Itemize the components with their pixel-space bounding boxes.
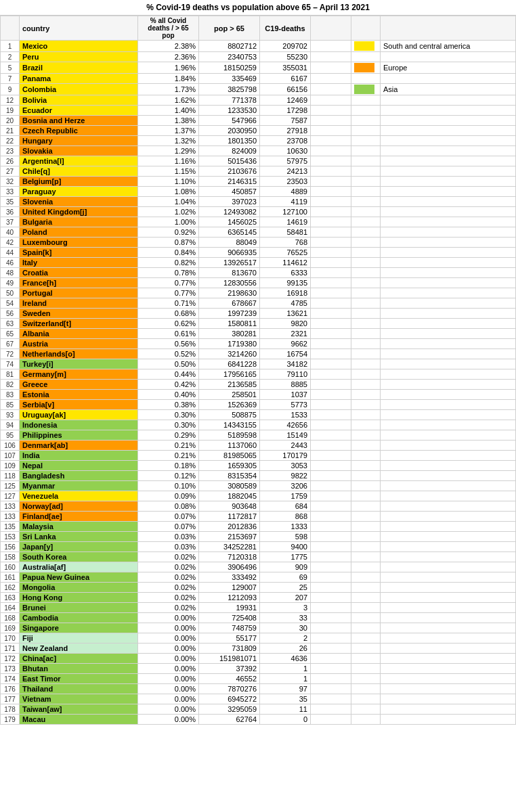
legend-box-cell [351,278,381,288]
extra-cell-1 [311,572,351,583]
legend-box-cell [351,522,381,532]
country-cell: France[h] [20,278,138,288]
country-cell: Taiwan[aw] [20,704,138,715]
col-header-country: country [20,16,138,41]
extra-cell-1 [311,268,351,278]
extra-cell-1 [311,481,351,491]
country-cell: Paraguay [20,187,138,197]
deaths-cell: 17298 [260,106,311,116]
legend-label-cell: Europe [381,62,516,74]
legend-box-cell [351,126,381,136]
deaths-cell: 209702 [260,41,311,52]
col-header-legend [381,16,516,41]
pct-cell: 0.00% [138,613,199,623]
deaths-cell: 1 [260,674,311,684]
pop65-cell: 12493082 [199,207,260,217]
legend-box-cell [351,644,381,654]
country-cell: Brazil [20,62,138,74]
legend-label-cell [381,674,516,684]
country-cell: Malaysia [20,522,138,532]
country-cell: Ecuador [20,106,138,116]
legend-label-cell [381,298,516,309]
extra-cell-1 [311,187,351,197]
country-cell: Philippines [20,430,138,441]
pct-cell: 0.02% [138,552,199,562]
pct-cell: 0.82% [138,258,199,268]
legend-label-cell [381,420,516,430]
extra-cell-1 [311,248,351,258]
rank-cell: 32 [1,177,20,187]
pop65-cell: 8802712 [199,41,260,52]
country-cell: Argentina[l] [20,156,138,166]
extra-cell-1 [311,461,351,471]
country-cell: Italy [20,258,138,268]
col-header-rank [1,16,20,41]
country-cell: Bosnia and Herze [20,116,138,126]
pct-cell: 1.00% [138,217,199,227]
deaths-cell: 15149 [260,430,311,441]
extra-cell-1 [311,349,351,359]
rank-cell: 85 [1,400,20,410]
pop65-cell: 678667 [199,298,260,309]
pct-cell: 0.00% [138,633,199,644]
legend-box-cell [351,603,381,613]
legend-box-cell [351,633,381,644]
pct-cell: 0.56% [138,339,199,349]
pop65-cell: 1212093 [199,593,260,603]
legend-label-cell [381,349,516,359]
country-cell: Spain[k] [20,248,138,258]
col-header-pop65: pop > 65 [199,16,260,41]
legend-box-cell [351,501,381,512]
pct-cell: 1.32% [138,136,199,146]
legend-box-cell [351,400,381,410]
pct-cell: 1.96% [138,62,199,74]
pct-cell: 0.00% [138,674,199,684]
legend-label-cell [381,329,516,339]
pop65-cell: 1801350 [199,136,260,146]
extra-cell-1 [311,664,351,674]
legend-box-cell [351,177,381,187]
rank-cell: 56 [1,309,20,319]
rank-cell: 35 [1,197,20,207]
deaths-cell: 6167 [260,74,311,84]
pop65-cell: 2198630 [199,288,260,298]
legend-box-cell [351,217,381,227]
deaths-cell: 1037 [260,390,311,400]
legend-box-cell [351,451,381,461]
pop65-cell: 333492 [199,572,260,583]
pct-cell: 0.21% [138,451,199,461]
legend-label-cell [381,430,516,441]
legend-label-cell [381,603,516,613]
pct-cell: 0.07% [138,522,199,532]
col-header-deaths: C19-deaths [260,16,311,41]
deaths-cell: 909 [260,562,311,572]
pop65-cell: 19931 [199,603,260,613]
deaths-cell: 99135 [260,278,311,288]
extra-cell-1 [311,522,351,532]
pop65-cell: 5189598 [199,430,260,441]
country-cell: Japan[y] [20,542,138,552]
pct-cell: 0.40% [138,390,199,400]
rank-cell: 5 [1,62,20,74]
country-cell: Hong Kong [20,593,138,603]
pct-cell: 0.09% [138,491,199,501]
pop65-cell: 450857 [199,187,260,197]
deaths-cell: 9400 [260,542,311,552]
page-title: % Covid-19 deaths vs population above 65… [0,0,516,16]
pct-cell: 0.18% [138,461,199,471]
pop65-cell: 1526369 [199,400,260,410]
extra-cell-1 [311,84,351,95]
rank-cell: 168 [1,613,20,623]
deaths-cell: 25 [260,583,311,593]
deaths-cell: 30 [260,623,311,633]
legend-box-cell [351,623,381,633]
pop65-cell: 2012836 [199,522,260,532]
deaths-cell: 1533 [260,410,311,420]
pct-cell: 0.92% [138,227,199,238]
extra-cell-1 [311,512,351,522]
col-header-extra2 [351,16,381,41]
pct-cell: 0.02% [138,593,199,603]
legend-box-cell [351,95,381,106]
legend-label-cell [381,481,516,491]
country-cell: Chile[q] [20,166,138,177]
